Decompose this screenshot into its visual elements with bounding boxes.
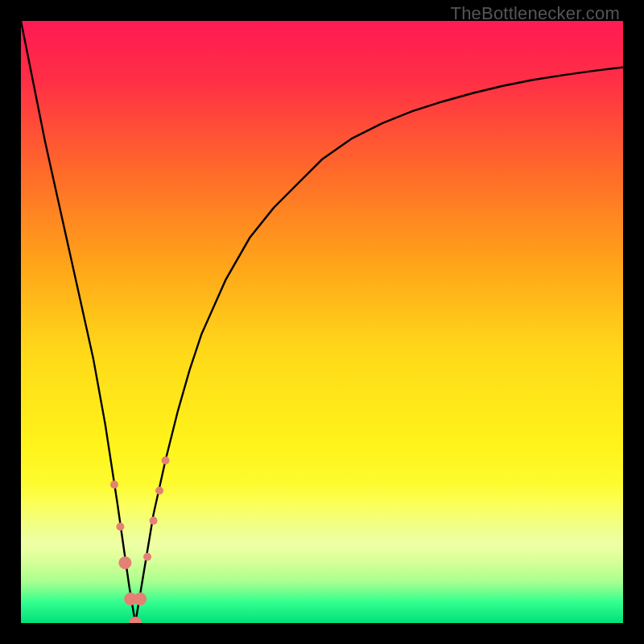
plot-area [21,21,623,623]
watermark-text: TheBottlenecker.com [451,3,620,24]
chart-frame: TheBottlenecker.com [0,0,644,644]
chart-svg [21,21,623,623]
data-dot [118,556,131,569]
data-dot [110,481,118,489]
data-dot [162,456,170,464]
pale-band [21,485,623,602]
data-dot [134,592,147,605]
data-dot [143,553,151,561]
data-dot [155,486,163,494]
data-dot [116,522,124,530]
data-dot [150,517,158,525]
